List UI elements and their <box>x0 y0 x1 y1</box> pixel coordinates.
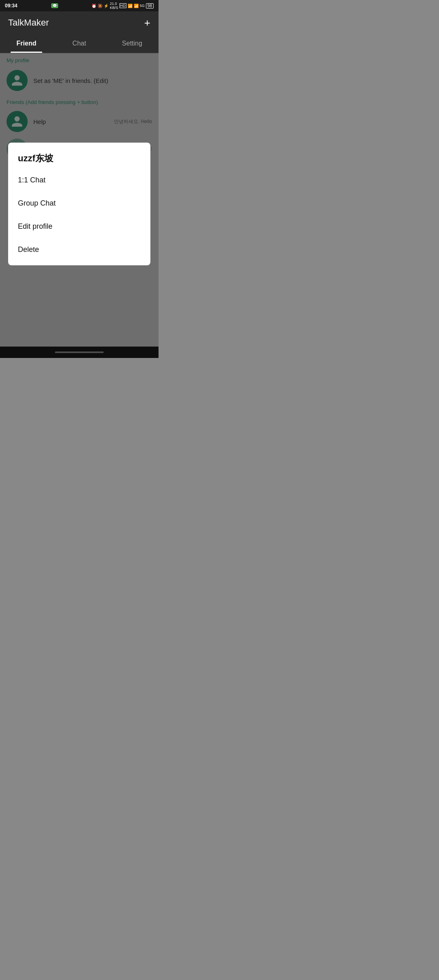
tab-chat[interactable]: Chat <box>53 34 106 53</box>
dialog-title: uzzf东坡 <box>18 152 141 165</box>
status-icons: ⏰ 🔕 ⚡ 21.0KB/S HD 📶 📶 5G 98 <box>91 2 154 10</box>
phone-wrapper: 09:34 💬 ⏰ 🔕 ⚡ 21.0KB/S HD 📶 📶 5G 98 Talk… <box>0 0 159 358</box>
app-bar: TalkMaker + <box>0 11 159 34</box>
dialog-item-delete[interactable]: Delete <box>18 238 141 261</box>
tabs: Friend Chat Setting <box>0 34 159 53</box>
dialog-item-group-chat[interactable]: Group Chat <box>18 192 141 215</box>
add-button[interactable]: + <box>144 17 150 28</box>
tab-setting[interactable]: Setting <box>106 34 159 53</box>
context-menu-dialog: uzzf东坡 1:1 Chat Group Chat Edit profile … <box>8 143 150 265</box>
signal-icon: 📶 <box>134 4 139 8</box>
tab-friend[interactable]: Friend <box>0 34 53 53</box>
status-msg-icon: 💬 <box>51 3 58 8</box>
mute-icon: 🔕 <box>98 4 102 8</box>
content-area: My profile Set as 'ME' in friends. (Edit… <box>0 53 159 358</box>
5g-label: 5G <box>140 4 145 8</box>
status-time: 09:34 <box>5 3 17 9</box>
app-title: TalkMaker <box>8 17 49 28</box>
battery-icon: 98 <box>146 3 154 9</box>
dialog-item-one-on-one-chat[interactable]: 1:1 Chat <box>18 169 141 192</box>
bluetooth-icon: ⚡ <box>104 4 109 8</box>
hd-icon: HD <box>120 3 126 8</box>
wifi-icon: 📶 <box>128 4 133 8</box>
data-speed: 21.0KB/S <box>110 2 118 10</box>
dialog-item-edit-profile[interactable]: Edit profile <box>18 215 141 238</box>
alarm-icon: ⏰ <box>91 4 96 8</box>
status-bar: 09:34 💬 ⏰ 🔕 ⚡ 21.0KB/S HD 📶 📶 5G 98 <box>0 0 159 11</box>
